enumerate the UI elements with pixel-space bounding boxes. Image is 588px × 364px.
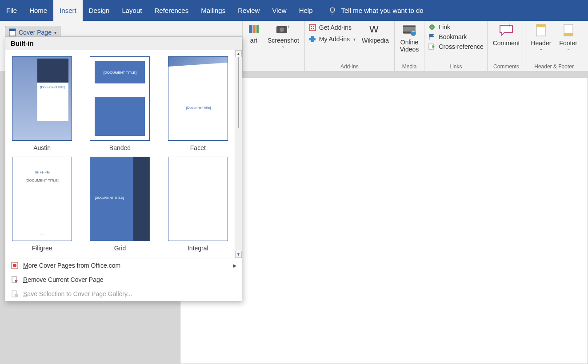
more-cover-pages-item[interactable]: More Cover Pages from Office.com ▶	[5, 258, 242, 273]
template-placeholder-text: [Document title]	[40, 85, 65, 89]
tab-insert[interactable]: Insert	[53, 0, 83, 21]
svg-rect-13	[313, 28, 314, 29]
scroll-track[interactable]	[238, 57, 239, 251]
svg-point-7	[280, 28, 284, 32]
tab-design[interactable]: Design	[83, 0, 116, 21]
chevron-down-icon: ▾	[54, 30, 56, 35]
scroll-up-arrow-icon[interactable]: ▲	[235, 50, 242, 57]
cover-template-banded[interactable]: [DOCUMENT TITLE] Banded	[88, 56, 152, 151]
template-label: Grid	[114, 245, 126, 252]
bookmark-button[interactable]: Bookmark	[428, 33, 483, 40]
tab-layout[interactable]: Layout	[116, 0, 148, 21]
svg-rect-11	[313, 26, 314, 27]
lightbulb-icon	[328, 6, 337, 15]
ribbon-group-header-footer: Header ⌄ Footer ⌄ Header & Footer	[525, 21, 582, 71]
svg-text:W: W	[369, 24, 379, 35]
accelerator-key: S	[23, 290, 27, 297]
comments-group-label: Comments	[493, 63, 519, 71]
online-videos-label-2: Videos	[400, 46, 419, 53]
headerfooter-group-label: Header & Footer	[534, 63, 574, 71]
template-placeholder-text: [DOCUMENT TITLE]	[95, 196, 124, 199]
footer-label: Footer	[559, 40, 577, 47]
menu-item-label: ore Cover Pages from Office.com	[28, 262, 120, 269]
tab-view[interactable]: View	[266, 0, 292, 21]
tab-help[interactable]: Help	[293, 0, 319, 21]
ribbon-group-illustrations-partial: art + Screenshot ⌄	[242, 21, 305, 71]
svg-rect-23	[536, 24, 545, 27]
my-addins-button[interactable]: My Add-ins ▾	[308, 35, 356, 43]
dropdown-section-header: Built-in	[5, 37, 242, 50]
remove-cover-page-item[interactable]: Remove Current Cover Page	[5, 273, 242, 287]
ribbon-group-links: Link Bookmark Cross-reference Links	[424, 21, 487, 71]
svg-rect-3	[249, 25, 252, 33]
comment-label: Comment	[493, 40, 520, 47]
svg-rect-16	[403, 26, 416, 27]
video-icon	[402, 24, 417, 37]
cover-template-facet[interactable]: [Document title] Facet	[166, 56, 230, 151]
comment-button[interactable]: + Comment	[491, 24, 522, 47]
cover-template-filigree[interactable]: ❧❧❧[DOCUMENT TITLE]—— Filigree	[10, 157, 74, 252]
screenshot-button[interactable]: + Screenshot ⌄	[266, 24, 301, 48]
svg-point-0	[330, 8, 335, 12]
svg-rect-5	[256, 25, 259, 33]
addins-icon	[308, 35, 316, 43]
office-icon	[11, 261, 19, 269]
accelerator-key: R	[23, 276, 28, 283]
cover-template-integral[interactable]: Integral	[166, 157, 230, 252]
header-button[interactable]: Header ⌄	[529, 24, 553, 51]
template-placeholder-text: [Document title]	[186, 106, 211, 110]
tab-review[interactable]: Review	[232, 0, 266, 21]
ornament-icon: ❧❧❧	[12, 169, 72, 176]
smartart-button-partial[interactable]: art	[246, 24, 261, 44]
menu-item-label: ave Selection to Cover Page Gallery...	[27, 290, 132, 297]
chevron-down-icon: ⌄	[281, 44, 285, 48]
cover-page-gallery: [Document title] Austin [DOCUMENT TITLE]…	[5, 50, 235, 258]
link-icon	[428, 24, 436, 31]
wikipedia-button[interactable]: W Wikipedia	[360, 24, 391, 44]
cover-template-austin[interactable]: [Document title] Austin	[10, 56, 74, 151]
link-button[interactable]: Link	[428, 24, 483, 31]
cover-template-grid[interactable]: [DOCUMENT TITLE] Grid	[88, 157, 152, 252]
crossref-icon	[428, 43, 436, 50]
link-label: Link	[439, 24, 450, 31]
ribbon-group-comments: + Comment Comments	[488, 21, 526, 71]
scroll-thumb[interactable]	[238, 57, 239, 128]
tell-me-placeholder: Tell me what you want to do	[341, 7, 424, 14]
header-icon	[535, 24, 547, 38]
svg-rect-2	[9, 29, 16, 31]
ribbon-tab-bar: File Home Insert Design Layout Reference…	[0, 0, 588, 21]
media-group-label: Media	[402, 63, 417, 71]
submenu-arrow-icon: ▶	[233, 263, 236, 269]
svg-rect-10	[311, 26, 312, 27]
template-label: Filigree	[32, 245, 52, 252]
online-videos-label-1: Online	[400, 39, 418, 46]
template-footer-text: ——	[12, 233, 72, 235]
save-to-gallery-item: Save Selection to Cover Page Gallery...	[5, 287, 242, 301]
scroll-down-arrow-icon[interactable]: ▼	[235, 251, 242, 258]
template-label: Facet	[190, 144, 206, 151]
crossref-label: Cross-reference	[439, 43, 483, 50]
bookmark-flag-icon	[428, 33, 436, 40]
tab-file[interactable]: File	[0, 0, 23, 21]
remove-page-icon	[11, 276, 19, 284]
template-label: Integral	[188, 245, 208, 252]
get-addins-button[interactable]: Get Add-ins	[308, 24, 356, 32]
tell-me-search[interactable]: Tell me what you want to do	[328, 6, 424, 15]
online-videos-button[interactable]: Online Videos	[398, 24, 421, 53]
template-label: Banded	[109, 144, 131, 151]
header-label: Header	[531, 40, 551, 47]
footer-button[interactable]: Footer ⌄	[557, 24, 579, 51]
wikipedia-icon: W	[368, 24, 383, 35]
gallery-scrollbar[interactable]: ▲ ▼	[235, 50, 242, 258]
cross-reference-button[interactable]: Cross-reference	[428, 43, 483, 50]
addins-group-label: Add-ins	[340, 63, 359, 71]
tab-mailings[interactable]: Mailings	[195, 0, 232, 21]
chevron-down-icon: ▾	[353, 37, 356, 42]
tab-references[interactable]: References	[148, 0, 195, 21]
svg-point-18	[411, 31, 416, 36]
footer-icon	[562, 24, 575, 38]
tab-home[interactable]: Home	[23, 0, 53, 21]
svg-point-27	[13, 264, 16, 267]
smartart-icon	[248, 24, 260, 35]
svg-text:+: +	[287, 24, 290, 30]
